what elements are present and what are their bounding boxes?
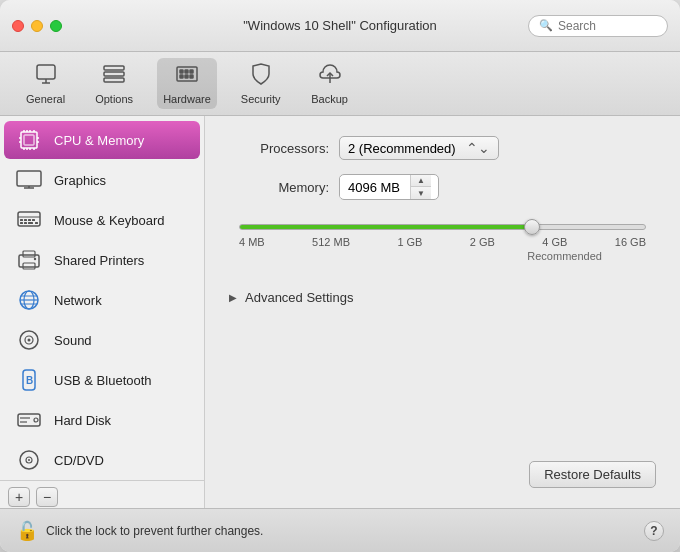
svg-rect-39 bbox=[28, 222, 33, 224]
usb-bluetooth-icon: B bbox=[14, 368, 44, 392]
security-label: Security bbox=[241, 93, 281, 105]
svg-rect-5 bbox=[104, 78, 124, 82]
sidebar-label-sound: Sound bbox=[54, 333, 92, 348]
svg-rect-35 bbox=[28, 219, 31, 221]
slider-label-2gb: 2 GB bbox=[470, 236, 495, 248]
svg-rect-40 bbox=[35, 222, 38, 224]
svg-rect-6 bbox=[177, 67, 197, 81]
sidebar-item-usb-bluetooth[interactable]: B USB & Bluetooth bbox=[4, 361, 200, 399]
select-chevron-icon: ⌃⌄ bbox=[466, 140, 490, 156]
memory-decrement-button[interactable]: ▼ bbox=[411, 187, 431, 199]
sidebar-item-sound[interactable]: Sound bbox=[4, 321, 200, 359]
sidebar-item-cpu-memory[interactable]: CPU & Memory bbox=[4, 121, 200, 159]
sound-icon bbox=[14, 328, 44, 352]
svg-rect-7 bbox=[180, 70, 183, 73]
hardware-label: Hardware bbox=[163, 93, 211, 105]
processors-select[interactable]: 2 (Recommended) 1 4 8 bbox=[348, 141, 458, 156]
search-icon: 🔍 bbox=[539, 19, 553, 32]
sidebar-label-network: Network bbox=[54, 293, 102, 308]
security-icon bbox=[249, 62, 273, 90]
memory-row: Memory: ▲ ▼ bbox=[229, 174, 656, 200]
toolbar-item-general[interactable]: General bbox=[20, 58, 71, 109]
svg-rect-0 bbox=[37, 65, 55, 79]
remove-item-button[interactable]: − bbox=[36, 487, 58, 507]
memory-label: Memory: bbox=[229, 180, 329, 195]
svg-rect-37 bbox=[20, 222, 23, 224]
svg-point-61 bbox=[28, 459, 30, 461]
sidebar-item-hard-disk[interactable]: Hard Disk bbox=[4, 401, 200, 439]
svg-rect-12 bbox=[190, 75, 193, 78]
svg-rect-43 bbox=[23, 263, 35, 269]
hardware-icon bbox=[175, 62, 199, 90]
memory-slider-area: 4 MB 512 MB 1 GB 2 GB 4 GB 16 GB Recomme… bbox=[229, 224, 656, 262]
slider-track[interactable] bbox=[239, 224, 646, 230]
general-icon bbox=[34, 62, 58, 90]
network-icon bbox=[14, 288, 44, 312]
backup-icon bbox=[318, 62, 342, 90]
svg-rect-11 bbox=[185, 75, 188, 78]
memory-increment-button[interactable]: ▲ bbox=[411, 175, 431, 187]
sidebar-label-shared-printers: Shared Printers bbox=[54, 253, 144, 268]
memory-input[interactable] bbox=[340, 177, 410, 198]
restore-defaults-button[interactable]: Restore Defaults bbox=[529, 461, 656, 488]
svg-rect-4 bbox=[104, 72, 124, 76]
svg-text:B: B bbox=[26, 375, 33, 386]
slider-label-4gb: 4 GB bbox=[542, 236, 567, 248]
svg-rect-3 bbox=[104, 66, 124, 70]
svg-rect-34 bbox=[24, 219, 27, 221]
traffic-lights bbox=[12, 20, 62, 32]
toolbar: General Options bbox=[0, 52, 680, 116]
sidebar-item-mouse-keyboard[interactable]: Mouse & Keyboard bbox=[4, 201, 200, 239]
cpu-memory-icon bbox=[14, 128, 44, 152]
main-window: "Windows 10 Shell" Configuration 🔍 Gener… bbox=[0, 0, 680, 552]
slider-labels: 4 MB 512 MB 1 GB 2 GB 4 GB 16 GB bbox=[239, 236, 646, 248]
toolbar-item-backup[interactable]: Backup bbox=[305, 58, 355, 109]
search-input[interactable] bbox=[558, 19, 657, 33]
svg-rect-42 bbox=[23, 251, 35, 257]
sidebar-label-graphics: Graphics bbox=[54, 173, 106, 188]
slider-label-16gb: 16 GB bbox=[615, 236, 646, 248]
general-label: General bbox=[26, 93, 65, 105]
mouse-keyboard-icon bbox=[14, 208, 44, 232]
svg-rect-8 bbox=[185, 70, 188, 73]
svg-rect-9 bbox=[190, 70, 193, 73]
slider-label-4mb: 4 MB bbox=[239, 236, 265, 248]
svg-point-56 bbox=[34, 418, 38, 422]
window-title: "Windows 10 Shell" Configuration bbox=[243, 18, 437, 33]
toolbar-item-options[interactable]: Options bbox=[89, 58, 139, 109]
cd-dvd-icon bbox=[14, 448, 44, 472]
processors-select-wrapper[interactable]: 2 (Recommended) 1 4 8 ⌃⌄ bbox=[339, 136, 499, 160]
options-icon bbox=[102, 62, 126, 90]
close-button[interactable] bbox=[12, 20, 24, 32]
minimize-button[interactable] bbox=[31, 20, 43, 32]
sidebar-label-hard-disk: Hard Disk bbox=[54, 413, 111, 428]
svg-point-52 bbox=[28, 339, 31, 342]
sidebar-item-shared-printers[interactable]: Shared Printers bbox=[4, 241, 200, 279]
toolbar-item-security[interactable]: Security bbox=[235, 58, 287, 109]
sidebar-item-cd-dvd[interactable]: CD/DVD bbox=[4, 441, 200, 479]
sidebar-label-mouse-keyboard: Mouse & Keyboard bbox=[54, 213, 165, 228]
lock-icon[interactable]: 🔓 bbox=[16, 520, 38, 542]
maximize-button[interactable] bbox=[50, 20, 62, 32]
svg-rect-33 bbox=[20, 219, 23, 221]
titlebar: "Windows 10 Shell" Configuration 🔍 bbox=[0, 0, 680, 52]
help-button[interactable]: ? bbox=[644, 521, 664, 541]
sidebar-item-graphics[interactable]: Graphics bbox=[4, 161, 200, 199]
advanced-settings-toggle[interactable]: ▶ Advanced Settings bbox=[229, 290, 656, 305]
svg-point-44 bbox=[34, 258, 36, 260]
svg-rect-36 bbox=[32, 219, 35, 221]
sidebar-item-network[interactable]: Network bbox=[4, 281, 200, 319]
main-content: CPU & Memory Graphics bbox=[0, 116, 680, 508]
sidebar-footer: + − bbox=[0, 480, 204, 508]
add-item-button[interactable]: + bbox=[8, 487, 30, 507]
svg-rect-55 bbox=[18, 414, 40, 426]
toolbar-item-hardware[interactable]: Hardware bbox=[157, 58, 217, 109]
search-bar[interactable]: 🔍 bbox=[528, 15, 668, 37]
slider-thumb[interactable] bbox=[524, 219, 540, 235]
slider-label-512mb: 512 MB bbox=[312, 236, 350, 248]
lock-text: Click the lock to prevent further change… bbox=[46, 524, 263, 538]
sidebar-label-usb-bluetooth: USB & Bluetooth bbox=[54, 373, 152, 388]
processors-row: Processors: 2 (Recommended) 1 4 8 ⌃⌄ bbox=[229, 136, 656, 160]
backup-label: Backup bbox=[311, 93, 348, 105]
svg-rect-38 bbox=[24, 222, 27, 224]
